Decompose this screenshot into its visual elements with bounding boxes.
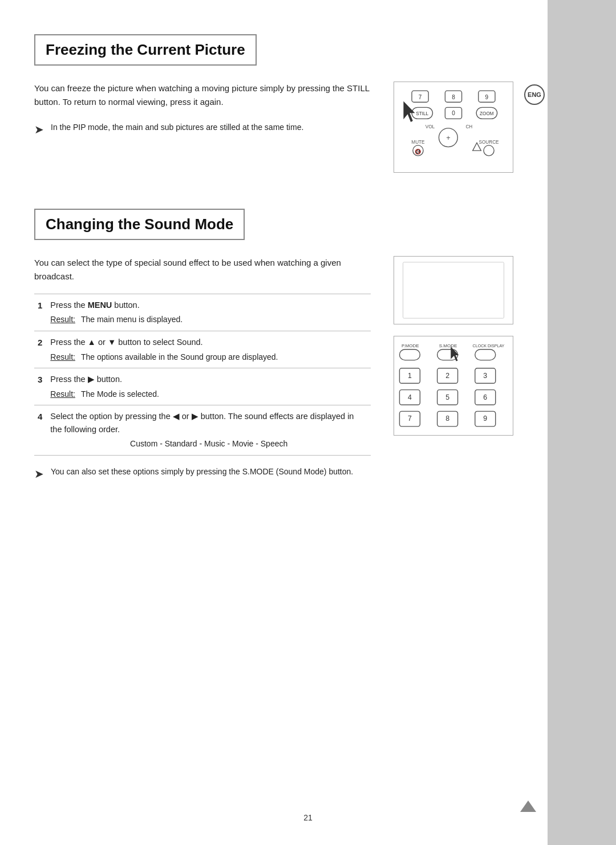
svg-text:CLOCK DISPLAY: CLOCK DISPLAY	[473, 344, 505, 348]
decorative-triangle	[520, 801, 536, 814]
svg-point-21	[484, 145, 494, 156]
freeze-note-row: ➤ In the PIP mode, the main and sub pict…	[34, 121, 371, 136]
step-1-result: Result: The main menu is displayed.	[50, 314, 367, 326]
step-4-row: 4 Select the option by pressing the ◀ or…	[34, 405, 371, 456]
svg-text:S.MODE: S.MODE	[439, 343, 457, 348]
step-2-content: Press the ▲ or ▼ button to select Sound.…	[47, 331, 371, 368]
step-4-content: Select the option by pressing the ◀ or ▶…	[47, 405, 371, 456]
step-2-result: Result: The options available in the Sou…	[50, 351, 367, 364]
section-sound: Changing the Sound Mode You can select t…	[34, 209, 519, 481]
svg-text:1: 1	[408, 372, 412, 380]
svg-text:ZOOM: ZOOM	[480, 111, 494, 116]
step-1-content: Press the MENU button. Result: The main …	[47, 294, 371, 331]
svg-text:MUTE: MUTE	[411, 140, 425, 145]
svg-text:P.MODE: P.MODE	[402, 343, 419, 348]
svg-text:7: 7	[419, 94, 422, 100]
sound-steps-table: 1 Press the MENU button. Result: The mai…	[34, 294, 371, 456]
right-sidebar	[548, 0, 616, 845]
svg-text:2: 2	[445, 372, 449, 380]
step-2-num: 2	[34, 331, 47, 368]
freeze-remote-svg: 7 8 9 STILL 0 ZOOM VOL CH	[394, 82, 513, 173]
step-3-result: Result: The Mode is selected.	[50, 388, 367, 401]
svg-text:VOL: VOL	[425, 124, 435, 129]
step-3-result-text: The Mode is selected.	[81, 388, 159, 401]
sound-note-arrow: ➤	[34, 467, 44, 481]
step-2-row: 2 Press the ▲ or ▼ button to select Soun…	[34, 331, 371, 368]
section-freeze-title: Freezing the Current Picture	[46, 41, 245, 59]
sound-body: You can select the type of special sound…	[34, 256, 371, 283]
page-number: 21	[303, 813, 313, 822]
freeze-content-row: You can freeze the picture when watching…	[34, 82, 519, 174]
svg-text:8: 8	[445, 415, 449, 422]
sound-text-block: You can select the type of special sound…	[34, 256, 371, 481]
sound-content-row: You can select the type of special sound…	[34, 256, 519, 481]
freeze-note-text: In the PIP mode, the main and sub pictur…	[51, 121, 303, 133]
svg-text:CH: CH	[465, 124, 472, 129]
sound-sequence: Custom - Standard - Music - Movie - Spee…	[50, 438, 367, 450]
step-2-result-label: Result:	[50, 351, 75, 364]
step-3-num: 3	[34, 368, 47, 405]
svg-text:4: 4	[408, 393, 412, 401]
svg-rect-23	[403, 262, 504, 318]
svg-text:7: 7	[408, 415, 412, 422]
sound-note-row: ➤ You can also set these options simply …	[34, 466, 371, 481]
step-3-row: 3 Press the ▶ button. Result: The Mode i…	[34, 368, 371, 405]
svg-text:3: 3	[483, 372, 487, 380]
freeze-remote-image: 7 8 9 STILL 0 ZOOM VOL CH	[394, 82, 519, 174]
svg-text:+: +	[446, 133, 450, 142]
freeze-text-block: You can freeze the picture when watching…	[34, 82, 371, 136]
svg-rect-29	[475, 350, 496, 360]
freeze-body: You can freeze the picture when watching…	[34, 82, 371, 109]
sound-menu-svg	[394, 256, 513, 324]
section-freeze-title-box: Freezing the Current Picture	[34, 34, 257, 66]
step-1-result-label: Result:	[50, 314, 75, 326]
freeze-note-arrow: ➤	[34, 123, 44, 136]
section-sound-title-box: Changing the Sound Mode	[34, 209, 245, 240]
step-1-result-text: The main menu is displayed.	[81, 314, 183, 326]
svg-text:SOURCE: SOURCE	[479, 140, 499, 145]
svg-text:8: 8	[452, 94, 455, 100]
svg-rect-27	[399, 350, 420, 360]
svg-text:5: 5	[445, 393, 449, 401]
svg-text:6: 6	[483, 393, 487, 401]
sound-note-text: You can also set these options simply by…	[51, 466, 353, 478]
main-content: Freezing the Current Picture You can fre…	[0, 0, 548, 845]
svg-text:9: 9	[483, 415, 487, 422]
step-1-row: 1 Press the MENU button. Result: The mai…	[34, 294, 371, 331]
step-1-num: 1	[34, 294, 47, 331]
step-3-result-label: Result:	[50, 388, 75, 401]
step-4-num: 4	[34, 405, 47, 456]
sound-remote2-svg: P.MODE S.MODE CLOCK DISPLAY 1 2 3	[394, 336, 513, 436]
svg-text:🔇: 🔇	[415, 148, 422, 155]
svg-text:STILL: STILL	[416, 111, 428, 116]
section-sound-title: Changing the Sound Mode	[46, 216, 233, 233]
section-freeze: Freezing the Current Picture You can fre…	[34, 34, 519, 174]
svg-text:9: 9	[485, 94, 489, 100]
step-2-result-text: The options available in the Sound group…	[81, 351, 278, 364]
svg-marker-22	[403, 101, 415, 122]
step-3-content: Press the ▶ button. Result: The Mode is …	[47, 368, 371, 405]
svg-text:0: 0	[452, 110, 455, 116]
sound-remote-images: P.MODE S.MODE CLOCK DISPLAY 1 2 3	[394, 256, 519, 436]
